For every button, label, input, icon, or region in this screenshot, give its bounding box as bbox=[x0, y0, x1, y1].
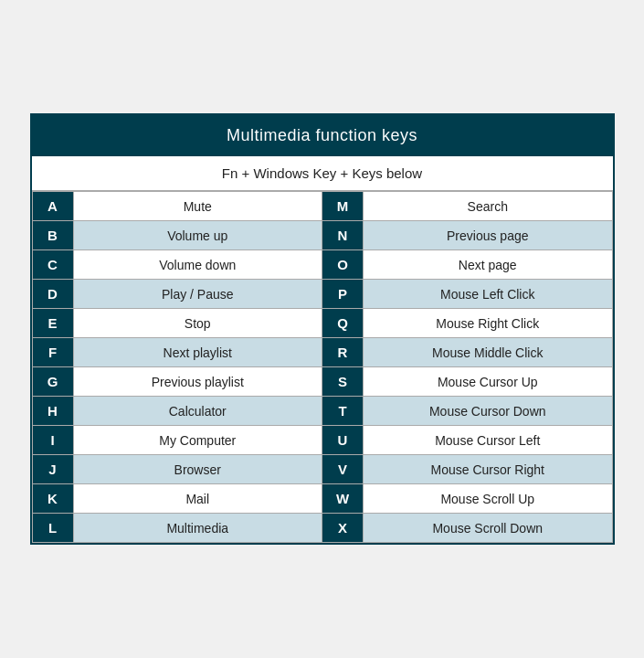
value-left: Stop bbox=[73, 309, 322, 338]
table-row: EStopQMouse Right Click bbox=[32, 309, 612, 338]
value-right: Mouse Scroll Up bbox=[364, 484, 613, 514]
table-row: BVolume upNPrevious page bbox=[32, 221, 612, 250]
value-right: Mouse Left Click bbox=[364, 280, 613, 309]
main-title: Multimedia function keys bbox=[32, 115, 613, 156]
value-left: Mail bbox=[73, 484, 322, 514]
key-left: H bbox=[32, 397, 73, 426]
key-left: A bbox=[32, 192, 73, 221]
value-right: Search bbox=[364, 192, 613, 221]
key-right: M bbox=[322, 192, 363, 221]
table-row: HCalculatorTMouse Cursor Down bbox=[32, 397, 612, 426]
table-row: LMultimediaXMouse Scroll Down bbox=[32, 514, 612, 543]
value-right: Mouse Cursor Left bbox=[364, 426, 613, 455]
value-left: My Computer bbox=[73, 426, 322, 455]
value-left: Browser bbox=[73, 455, 322, 484]
value-right: Mouse Scroll Down bbox=[364, 514, 613, 543]
key-right: N bbox=[322, 221, 363, 250]
key-left: J bbox=[32, 455, 73, 484]
key-right: W bbox=[322, 484, 363, 514]
value-left: Previous playlist bbox=[73, 367, 322, 397]
value-right: Previous page bbox=[364, 221, 613, 250]
key-left: D bbox=[32, 280, 73, 309]
table-row: KMailWMouse Scroll Up bbox=[32, 484, 612, 514]
key-right: R bbox=[322, 338, 363, 367]
value-right: Next page bbox=[364, 250, 613, 280]
key-right: P bbox=[322, 280, 363, 309]
value-left: Play / Pause bbox=[73, 280, 322, 309]
value-right: Mouse Cursor Down bbox=[364, 397, 613, 426]
key-left: B bbox=[32, 221, 73, 250]
table-row: GPrevious playlistSMouse Cursor Up bbox=[32, 367, 612, 397]
main-container: Multimedia function keys Fn + Windows Ke… bbox=[30, 113, 615, 545]
key-table: AMuteMSearchBVolume upNPrevious pageCVol… bbox=[32, 191, 613, 543]
table-row: IMy ComputerUMouse Cursor Left bbox=[32, 426, 612, 455]
key-right: O bbox=[322, 250, 363, 280]
key-right: V bbox=[322, 455, 363, 484]
value-right: Mouse Right Click bbox=[364, 309, 613, 338]
key-right: Q bbox=[322, 309, 363, 338]
table-row: CVolume downONext page bbox=[32, 250, 612, 280]
value-right: Mouse Middle Click bbox=[364, 338, 613, 367]
value-left: Volume down bbox=[73, 250, 322, 280]
table-row: FNext playlistRMouse Middle Click bbox=[32, 338, 612, 367]
value-left: Volume up bbox=[73, 221, 322, 250]
value-right: Mouse Cursor Right bbox=[364, 455, 613, 484]
key-left: E bbox=[32, 309, 73, 338]
key-right: S bbox=[322, 367, 363, 397]
value-left: Calculator bbox=[73, 397, 322, 426]
key-right: T bbox=[322, 397, 363, 426]
table-row: AMuteMSearch bbox=[32, 192, 612, 221]
table-row: DPlay / PausePMouse Left Click bbox=[32, 280, 612, 309]
subtitle: Fn + Windows Key + Keys below bbox=[32, 156, 613, 191]
key-left: L bbox=[32, 514, 73, 543]
value-right: Mouse Cursor Up bbox=[364, 367, 613, 397]
key-left: K bbox=[32, 484, 73, 514]
key-left: F bbox=[32, 338, 73, 367]
key-left: I bbox=[32, 426, 73, 455]
value-left: Mute bbox=[73, 192, 322, 221]
key-left: C bbox=[32, 250, 73, 280]
value-left: Next playlist bbox=[73, 338, 322, 367]
value-left: Multimedia bbox=[73, 514, 322, 543]
key-left: G bbox=[32, 367, 73, 397]
key-right: X bbox=[322, 514, 363, 543]
key-right: U bbox=[322, 426, 363, 455]
table-row: JBrowserVMouse Cursor Right bbox=[32, 455, 612, 484]
